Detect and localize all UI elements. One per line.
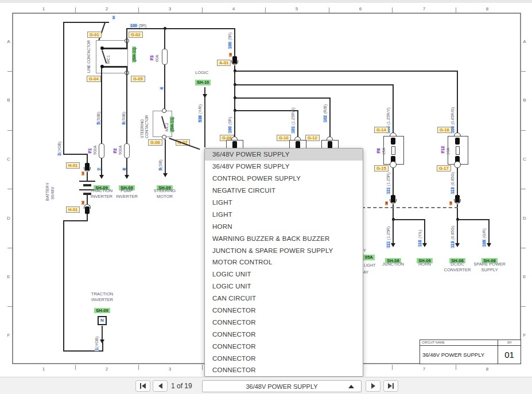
wire <box>63 22 64 154</box>
wire-label-9: 9(SB) <box>158 159 163 171</box>
connector-badge-g12: G-12 <box>305 135 320 141</box>
ruler-tick <box>7 130 12 131</box>
ruler-col: 2 <box>101 366 112 372</box>
fuse-f2-rating: 900A <box>118 146 123 155</box>
line-contactor-label: LINE CONTACTOR <box>86 40 91 73</box>
next-page-button[interactable] <box>366 380 380 392</box>
connector-badge-g17: G-17 <box>437 165 451 171</box>
wire-label-100: 100 (5R) <box>130 23 146 28</box>
wire <box>101 68 102 143</box>
dropdown-item[interactable]: WARNING BUZZER & BACK BUZZER <box>205 232 363 244</box>
dropdown-item[interactable]: CONNECTOR <box>205 328 363 340</box>
contactor-bar <box>102 48 127 49</box>
ruler-row: B <box>521 97 528 103</box>
title-block-sheet-cell: SH 01 <box>498 340 521 364</box>
wire-label-113a: 113 (0.85G) <box>450 172 455 194</box>
partial-label-relay: AY <box>363 270 368 275</box>
dropdown-item[interactable]: HORN <box>205 220 363 232</box>
fuse-f12-rating: 10A <box>445 148 451 155</box>
wire <box>393 219 394 244</box>
dest-horn: HORN <box>406 262 443 267</box>
dropdown-item[interactable]: JUNCTION & SPARE POWER SUPPLY <box>205 244 363 256</box>
wire-label-6: 6(50B) <box>121 112 126 125</box>
wire-label-100v: 100 (5R) <box>227 33 232 49</box>
connector-badge-g14: G-14 <box>374 127 389 133</box>
dropdown-item[interactable]: MOTOR CONTROL <box>205 256 363 268</box>
partial-label-light: LIGHT <box>364 263 376 268</box>
mc2-label: MC2 <box>164 123 169 131</box>
last-page-icon <box>393 383 394 389</box>
ruler-col: 2 <box>101 6 112 11</box>
ruler-tick <box>329 7 329 13</box>
dropdown-item[interactable]: LIGHT <box>205 197 363 209</box>
dropdown-item[interactable]: CAN CIRCUIT <box>205 292 363 305</box>
previous-page-button[interactable] <box>153 380 168 392</box>
wire <box>165 139 166 174</box>
dropdown-item[interactable]: CONNECTOR <box>205 316 363 328</box>
wire <box>63 220 88 221</box>
ruler-col: 1 <box>38 366 49 372</box>
ruler-row: C <box>521 157 528 162</box>
connector-plug <box>85 206 90 214</box>
sheet-ref-sh10: SH-10 <box>195 80 211 85</box>
wire-label-111b: 111 (1.25R) <box>386 227 391 248</box>
first-page-icon <box>140 383 141 389</box>
ruler-tick <box>75 365 76 370</box>
sheet-header: SH <box>498 340 521 346</box>
pin-number: 5 <box>449 201 452 205</box>
ruler-row: E <box>5 274 12 279</box>
dest-dcdc-converter: DC/DCCONVERTER <box>439 262 476 273</box>
contact-terminal <box>162 135 166 139</box>
fuse-plug <box>391 138 395 145</box>
dropdown-item[interactable]: LOGIC UNIT <box>205 268 363 280</box>
ruler-col: 8 <box>481 366 493 372</box>
ruler-tick <box>521 189 526 189</box>
wire-label-111a: 111 (1.25R) <box>386 173 391 194</box>
ruler-col: 7 <box>418 366 430 372</box>
first-page-button[interactable] <box>135 380 150 392</box>
wire-label-4: 4 <box>159 87 164 90</box>
circuit-selector-button[interactable]: 36/48V POWER SUPPLY <box>202 380 362 392</box>
dropdown-item[interactable]: 36/48V POWER SUPPLY <box>205 161 363 173</box>
fuse-element <box>456 146 460 155</box>
flow-arrow <box>487 243 491 247</box>
ruler-tick <box>7 306 12 307</box>
fuse-f2 <box>124 143 130 158</box>
dropdown-item[interactable]: NEGATIVE CIRCUIT <box>205 185 363 197</box>
dropdown-item[interactable]: CONNECTOR <box>205 352 363 364</box>
mc1-label: MC1 <box>106 55 111 64</box>
dropdown-item[interactable]: LIGHT <box>205 208 363 220</box>
wire <box>126 158 127 175</box>
pin-number: 4 <box>229 53 232 57</box>
battery-label: BATTERY <box>45 182 50 201</box>
dropdown-item[interactable]: 36/48V POWER SUPPLY <box>205 149 363 161</box>
traction-inverter-n-label: TRACTIONINVERTER <box>84 291 121 303</box>
connector-badge-h01: H-01 <box>66 162 80 169</box>
flow-arrow <box>125 175 129 179</box>
connector-badge-g02: G-02 <box>129 32 143 38</box>
page-indicator: 1 of 19 <box>171 380 192 392</box>
wire-label-2yob: 2(YOB) <box>57 142 62 156</box>
wire <box>126 28 235 29</box>
dropdown-item[interactable]: CONNECTOR <box>205 340 363 352</box>
wire <box>457 168 458 195</box>
dropdown-item[interactable]: LOGIC UNIT <box>205 280 363 292</box>
pin-number: 8 <box>385 201 388 205</box>
last-page-icon <box>388 383 392 389</box>
fuse-f12-label: F12 <box>440 146 445 154</box>
dropdown-item[interactable]: CONNECTOR <box>205 305 363 317</box>
ruler-tick <box>7 71 12 72</box>
fuse-f8-rating: 15A <box>381 148 386 155</box>
ruler-tick <box>265 7 266 13</box>
dropdown-item[interactable]: CONTROL POWER SUPPLY <box>205 173 363 185</box>
wire <box>102 342 103 352</box>
contactor-bar <box>102 66 127 68</box>
last-page-button[interactable] <box>383 380 398 392</box>
ruler-tick <box>392 365 393 370</box>
wire <box>63 154 88 155</box>
flow-arrow <box>391 243 395 247</box>
dropdown-item[interactable]: CONNECTOR <box>205 364 363 376</box>
wire <box>393 84 394 135</box>
caret-up-icon <box>348 385 354 388</box>
harness-boundary-dashed <box>362 207 458 208</box>
